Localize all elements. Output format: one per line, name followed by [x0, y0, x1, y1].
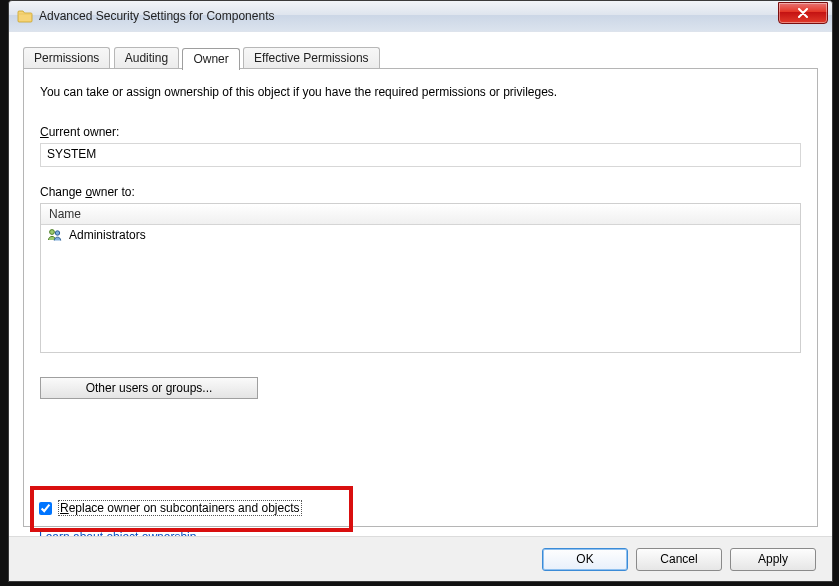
cancel-button[interactable]: Cancel [636, 548, 722, 571]
current-owner-label: Current owner: [40, 125, 801, 139]
tab-strip: Permissions Auditing Owner Effective Per… [23, 46, 818, 68]
tab-effective-permissions[interactable]: Effective Permissions [243, 47, 380, 68]
close-icon [797, 8, 809, 18]
replace-owner-row[interactable]: Replace owner on subcontainers and objec… [39, 500, 302, 516]
svg-point-0 [50, 230, 55, 235]
tab-auditing[interactable]: Auditing [114, 47, 179, 68]
users-icon [47, 227, 63, 243]
tab-page-owner: You can take or assign ownership of this… [23, 68, 818, 527]
current-owner-value: SYSTEM [40, 143, 801, 167]
ok-button[interactable]: OK [542, 548, 628, 571]
intro-text: You can take or assign ownership of this… [40, 85, 801, 99]
tab-control: Permissions Auditing Owner Effective Per… [23, 46, 818, 527]
close-button[interactable] [778, 2, 828, 24]
change-owner-label: Change owner to: [40, 185, 801, 199]
list-header-name[interactable]: Name [41, 204, 800, 225]
dialog-footer: OK Cancel Apply [9, 536, 832, 581]
window-frame: Advanced Security Settings for Component… [8, 0, 833, 582]
replace-owner-label: Replace owner on subcontainers and objec… [58, 500, 302, 516]
list-item-label: Administrators [69, 228, 146, 242]
tab-permissions[interactable]: Permissions [23, 47, 110, 68]
tab-owner[interactable]: Owner [182, 48, 239, 70]
replace-owner-checkbox[interactable] [39, 502, 52, 515]
folder-icon [17, 8, 33, 24]
client-area: Permissions Auditing Owner Effective Per… [9, 31, 832, 581]
window-title: Advanced Security Settings for Component… [39, 9, 274, 23]
svg-point-1 [55, 231, 59, 235]
list-item[interactable]: Administrators [41, 225, 800, 245]
other-users-button[interactable]: Other users or groups... [40, 377, 258, 399]
apply-button[interactable]: Apply [730, 548, 816, 571]
titlebar[interactable]: Advanced Security Settings for Component… [9, 1, 832, 32]
change-owner-list[interactable]: Name Administrators [40, 203, 801, 353]
